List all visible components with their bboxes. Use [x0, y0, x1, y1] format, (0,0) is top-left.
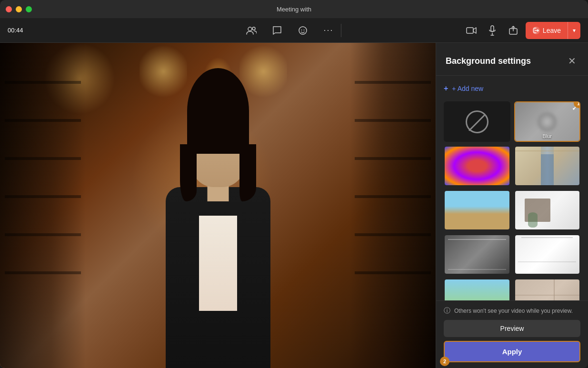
- video-background: [0, 43, 436, 368]
- background-office[interactable]: [514, 190, 581, 230]
- main-content: Background settings ✕ + + Add new Bl: [0, 43, 588, 368]
- leave-label: Leave: [543, 27, 561, 34]
- apply-badge: 2: [440, 357, 449, 366]
- preview-button[interactable]: Preview: [444, 320, 580, 337]
- toolbar: 00:44 ···: [0, 18, 588, 43]
- window-title: Meeting with: [277, 6, 311, 13]
- toolbar-divider: [341, 24, 341, 37]
- background-room-dark[interactable]: [444, 234, 510, 275]
- panel-title: Background settings: [446, 56, 531, 66]
- svg-point-0: [248, 27, 252, 31]
- close-window-button[interactable]: [6, 6, 12, 12]
- panel-content: + + Add new Blur ✓ 1: [436, 76, 588, 300]
- svg-point-3: [301, 30, 302, 30]
- background-grid: Blur ✓ 1: [444, 101, 580, 300]
- info-text: Others won't see your video while you pr…: [454, 308, 573, 314]
- leave-main[interactable]: Leave: [526, 22, 568, 39]
- video-button[interactable]: [463, 22, 480, 39]
- traffic-lights: [6, 6, 32, 12]
- add-new-icon: +: [444, 84, 448, 93]
- blur-circle-icon: [538, 112, 557, 131]
- no-background-icon: [466, 110, 488, 133]
- add-new-label: + Add new: [452, 85, 483, 92]
- share-button[interactable]: [505, 22, 522, 39]
- chat-button[interactable]: [269, 22, 286, 39]
- background-none[interactable]: [444, 101, 510, 142]
- svg-point-1: [252, 27, 255, 30]
- leave-chevron-icon[interactable]: ▾: [568, 27, 580, 34]
- background-hallway[interactable]: [514, 146, 581, 186]
- background-blur[interactable]: Blur ✓ 1: [514, 101, 581, 142]
- mic-button[interactable]: [484, 22, 501, 39]
- call-timer: 00:44: [8, 27, 243, 34]
- fullscreen-window-button[interactable]: [26, 6, 32, 12]
- minimize-window-button[interactable]: [16, 6, 22, 12]
- svg-rect-5: [467, 28, 473, 33]
- leave-button[interactable]: Leave ▾: [526, 22, 580, 39]
- apply-button[interactable]: Apply: [444, 341, 580, 362]
- info-icon: ⓘ: [444, 307, 450, 315]
- toolbar-right: Leave ▾: [345, 22, 580, 39]
- background-desert[interactable]: [444, 190, 510, 230]
- panel-header: Background settings ✕: [436, 43, 588, 76]
- background-purple[interactable]: [444, 146, 510, 186]
- reactions-button[interactable]: [294, 22, 311, 39]
- participants-button[interactable]: [243, 22, 260, 39]
- panel-footer: ⓘ Others won't see your video while you …: [436, 300, 588, 368]
- toolbar-center: ···: [243, 22, 337, 39]
- video-area: [0, 43, 436, 368]
- close-panel-button[interactable]: ✕: [565, 54, 578, 68]
- background-settings-panel: Background settings ✕ + + Add new Bl: [436, 43, 588, 368]
- svg-point-4: [304, 30, 305, 30]
- blur-label: Blur: [515, 133, 580, 139]
- background-room-white[interactable]: [514, 234, 581, 275]
- background-outdoor[interactable]: [444, 278, 510, 300]
- apply-wrapper: Apply 2: [444, 341, 580, 362]
- more-options-button[interactable]: ···: [320, 22, 337, 39]
- add-new-button[interactable]: + + Add new: [444, 82, 483, 95]
- info-row: ⓘ Others won't see your video while you …: [444, 307, 580, 315]
- svg-rect-6: [491, 26, 494, 31]
- background-modern[interactable]: [514, 278, 581, 300]
- title-bar: Meeting with: [0, 0, 588, 18]
